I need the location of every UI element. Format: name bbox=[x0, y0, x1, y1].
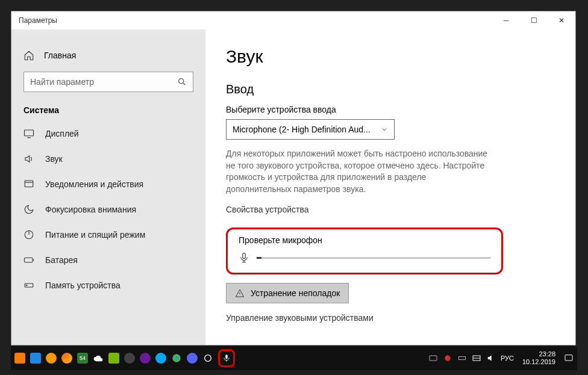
sidebar-item-label: Память устройства bbox=[45, 280, 120, 290]
sidebar-item-focus[interactable]: Фокусировка внимания bbox=[11, 197, 205, 222]
volume-icon[interactable] bbox=[486, 353, 496, 363]
taskbar-app-icon[interactable] bbox=[140, 353, 151, 364]
minimize-button[interactable]: ─ bbox=[492, 11, 520, 29]
sidebar-item-sound[interactable]: Звук bbox=[11, 146, 205, 172]
svg-point-10 bbox=[205, 355, 211, 362]
time: 23:28 bbox=[522, 350, 555, 358]
svg-point-13 bbox=[445, 355, 450, 361]
sidebar-item-label: Звук bbox=[45, 154, 63, 164]
tray-icon[interactable] bbox=[443, 353, 452, 363]
sidebar-item-label: Питание и спящий режим bbox=[45, 230, 145, 240]
svg-rect-14 bbox=[459, 356, 466, 359]
network-icon[interactable] bbox=[472, 353, 481, 363]
notification-icon bbox=[23, 179, 34, 190]
sidebar-item-label: Батарея bbox=[45, 255, 78, 265]
sidebar-item-label: Фокусировка внимания bbox=[45, 205, 136, 214]
discord-icon[interactable] bbox=[187, 353, 198, 364]
svg-point-0 bbox=[179, 79, 184, 84]
input-description: Для некоторых приложений может быть наст… bbox=[226, 148, 491, 195]
taskbar-microphone-highlight[interactable] bbox=[218, 349, 235, 367]
tray-icon[interactable] bbox=[457, 353, 467, 363]
svg-rect-2 bbox=[25, 181, 33, 187]
home-icon bbox=[23, 50, 34, 61]
select-value: Microphone (2- High Definition Aud... bbox=[233, 125, 371, 134]
taskbar: 54 РУС 23:28 10.12.2019 bbox=[11, 346, 577, 370]
maximize-button[interactable]: ☐ bbox=[520, 11, 548, 29]
taskbar-app-icon[interactable] bbox=[30, 353, 41, 364]
display-icon bbox=[23, 128, 34, 139]
mic-level-meter bbox=[257, 257, 490, 259]
svg-rect-12 bbox=[430, 356, 437, 361]
sidebar-item-notifications[interactable]: Уведомления и действия bbox=[11, 172, 205, 197]
date: 10.12.2019 bbox=[522, 358, 555, 366]
cloud-icon[interactable] bbox=[93, 353, 104, 364]
sound-icon bbox=[23, 153, 34, 164]
close-button[interactable]: ✕ bbox=[548, 11, 575, 29]
svg-rect-4 bbox=[25, 258, 33, 262]
sidebar-item-label: Дисплей bbox=[45, 129, 79, 138]
chrome-icon[interactable] bbox=[171, 353, 182, 364]
battery-icon bbox=[23, 255, 34, 265]
language-indicator[interactable]: РУС bbox=[501, 355, 514, 362]
taskbar-app-icon[interactable] bbox=[124, 353, 135, 364]
svg-rect-16 bbox=[565, 355, 572, 361]
taskbar-app-icon[interactable] bbox=[14, 353, 25, 364]
taskbar-app-icon[interactable]: 54 bbox=[77, 353, 88, 364]
action-center-icon[interactable] bbox=[564, 353, 574, 363]
taskbar-right: РУС 23:28 10.12.2019 bbox=[428, 350, 574, 366]
warning-icon bbox=[235, 288, 245, 298]
sidebar-item-storage[interactable]: Память устройства bbox=[11, 273, 205, 298]
svg-rect-1 bbox=[25, 130, 34, 136]
select-label: Выберите устройства ввода bbox=[226, 105, 555, 114]
svg-rect-7 bbox=[243, 253, 246, 259]
taskbar-app-icon[interactable] bbox=[155, 353, 166, 364]
manage-devices-link[interactable]: Управление звуковыми устройствами bbox=[226, 313, 555, 323]
clock[interactable]: 23:28 10.12.2019 bbox=[522, 350, 555, 366]
power-icon bbox=[23, 229, 34, 240]
mic-test-label: Проверьте микрофон bbox=[239, 235, 490, 245]
home-link[interactable]: Главная bbox=[11, 46, 205, 72]
troubleshoot-button[interactable]: Устранение неполадок bbox=[226, 283, 349, 303]
svg-point-9 bbox=[175, 356, 178, 359]
svg-point-6 bbox=[27, 285, 28, 286]
sidebar-section: Система bbox=[11, 105, 205, 121]
taskbar-app-icon[interactable] bbox=[46, 353, 57, 364]
sidebar-item-battery[interactable]: Батарея bbox=[11, 247, 205, 273]
taskbar-left: 54 bbox=[14, 349, 235, 367]
taskbar-app-icon[interactable] bbox=[202, 353, 213, 364]
storage-icon bbox=[23, 280, 34, 291]
sidebar-item-power[interactable]: Питание и спящий режим bbox=[11, 222, 205, 247]
svg-rect-11 bbox=[225, 355, 228, 359]
chevron-down-icon bbox=[381, 126, 388, 133]
microphone-icon bbox=[222, 353, 231, 364]
sidebar-item-display[interactable]: Дисплей bbox=[11, 121, 205, 146]
search-input[interactable]: Найти параметр bbox=[23, 72, 193, 92]
sidebar-item-label: Уведомления и действия bbox=[45, 179, 143, 189]
mic-test-section: Проверьте микрофон bbox=[226, 228, 503, 274]
input-device-select[interactable]: Microphone (2- High Definition Aud... bbox=[226, 119, 395, 140]
input-heading: Ввод bbox=[226, 82, 555, 96]
troubleshoot-label: Устранение неполадок bbox=[251, 288, 340, 298]
search-placeholder: Найти параметр bbox=[30, 77, 94, 87]
moon-icon bbox=[23, 204, 34, 215]
home-label: Главная bbox=[44, 51, 76, 60]
search-icon bbox=[177, 77, 187, 87]
microphone-icon bbox=[239, 251, 249, 264]
tray-icon[interactable] bbox=[428, 353, 438, 363]
taskbar-app-icon[interactable] bbox=[108, 353, 119, 364]
window-title: Параметры bbox=[19, 16, 57, 25]
device-properties-link[interactable]: Свойства устройства bbox=[226, 205, 555, 214]
page-title: Звук bbox=[226, 46, 555, 67]
taskbar-app-icon[interactable] bbox=[61, 353, 72, 364]
